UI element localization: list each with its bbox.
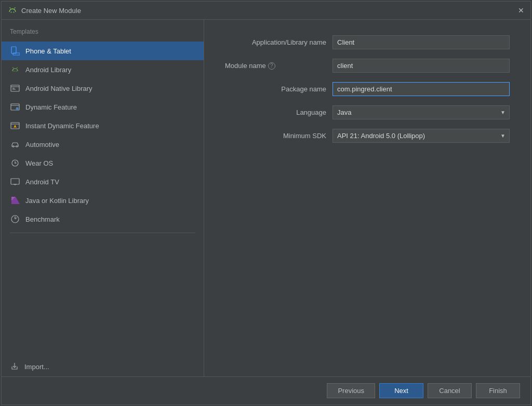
kotlin-library-icon [10,195,20,206]
sidebar-item-instant-dynamic-feature[interactable]: Instant Dynamic Feature [2,116,204,135]
sidebar-item-kotlin-library-label: Java or Kotlin Library [25,197,89,205]
sidebar-item-import[interactable]: Import... [2,357,204,376]
module-name-input[interactable] [332,59,510,73]
svg-line-2 [10,7,11,9]
sidebar-item-android-library-label: Android Library [25,66,71,74]
app-name-label: Application/Library name [225,38,326,46]
package-name-label: Package name [225,85,326,93]
sidebar-item-android-native-library-label: Android Native Library [25,85,92,92]
language-label: Language [225,109,326,116]
min-sdk-label: Minimum SDK [225,132,326,140]
sidebar-label: Templates [2,24,204,42]
sidebar-divider [10,233,195,233]
svg-point-6 [14,71,15,72]
main-form: Application/Library name Module name ? P… [204,20,530,376]
sidebar-item-dynamic-feature-label: Dynamic Feature [25,103,77,111]
module-name-label: Module name [225,62,266,70]
automotive-icon [10,139,20,150]
module-name-label-container: Module name ? [225,62,326,70]
instant-dynamic-feature-icon [10,120,20,131]
android-native-library-icon [10,83,20,93]
sidebar-item-kotlin-library[interactable]: Java or Kotlin Library [2,191,204,210]
title-bar: Create New Module ✕ [2,2,530,20]
sidebar-item-phone-tablet-label: Phone & Tablet [25,47,71,55]
svg-line-3 [15,7,16,9]
android-tv-icon [10,177,20,187]
min-sdk-row: Minimum SDK API 16: Android 4.1 (Jelly B… [225,129,510,143]
sidebar-item-android-tv[interactable]: Android TV [2,172,204,191]
dialog-title: Create New Module [21,7,81,15]
sidebar-item-import-label: Import... [24,363,49,371]
android-library-icon [10,64,20,75]
dynamic-feature-icon [10,102,20,112]
sidebar-item-android-native-library[interactable]: Android Native Library [2,79,204,98]
min-sdk-select-wrapper: API 16: Android 4.1 (Jelly Bean) API 21:… [332,129,510,143]
benchmark-icon [10,214,20,224]
svg-point-7 [16,71,17,72]
phone-tablet-icon [10,46,20,56]
svg-rect-28 [11,179,19,184]
content-area: Templates Phone & Tablet [2,20,530,376]
language-select[interactable]: Java Kotlin [332,105,510,119]
sidebar: Templates Phone & Tablet [2,20,204,376]
min-sdk-select[interactable]: API 16: Android 4.1 (Jelly Bean) API 21:… [332,129,510,143]
sidebar-item-phone-tablet[interactable]: Phone & Tablet [2,42,204,60]
app-name-input[interactable] [332,35,510,49]
previous-button[interactable]: Previous [327,383,375,398]
sidebar-item-benchmark[interactable]: Benchmark [2,210,204,228]
sidebar-item-wear-os[interactable]: Wear OS [2,154,204,172]
next-button[interactable]: Next [379,383,423,398]
app-name-row: Application/Library name [225,35,510,49]
sidebar-item-android-tv-label: Android TV [25,178,59,186]
close-button[interactable]: ✕ [518,7,524,14]
svg-rect-4 [11,47,16,53]
title-bar-left: Create New Module [8,6,81,15]
import-icon [10,361,19,372]
wear-os-icon [10,158,20,168]
package-name-row: Package name [225,82,510,96]
language-row: Language Java Kotlin ▼ [225,105,510,119]
sidebar-item-automotive-label: Automotive [25,141,59,148]
cancel-button[interactable]: Cancel [428,383,472,398]
sidebar-item-instant-dynamic-feature-label: Instant Dynamic Feature [25,122,99,130]
create-new-module-dialog: Create New Module ✕ Templates Phone & Ta… [1,1,531,405]
android-logo-icon [8,6,17,15]
language-select-wrapper: Java Kotlin ▼ [332,105,510,119]
dialog-footer: Previous Next Cancel Finish [2,376,530,404]
svg-point-0 [11,12,12,13]
svg-line-9 [17,67,18,69]
sidebar-item-benchmark-label: Benchmark [25,215,60,223]
svg-rect-5 [13,53,20,55]
sidebar-item-dynamic-feature[interactable]: Dynamic Feature [2,98,204,116]
svg-line-8 [13,67,14,69]
svg-marker-21 [14,125,16,128]
sidebar-item-wear-os-label: Wear OS [25,159,53,167]
module-name-row: Module name ? [225,59,510,73]
sidebar-item-automotive[interactable]: Automotive [2,135,204,154]
finish-button[interactable]: Finish [476,383,520,398]
package-name-input[interactable] [332,82,510,96]
module-name-help-icon[interactable]: ? [268,62,275,70]
svg-rect-10 [11,85,19,91]
svg-point-1 [14,12,15,13]
sidebar-item-android-library[interactable]: Android Library [2,60,204,79]
